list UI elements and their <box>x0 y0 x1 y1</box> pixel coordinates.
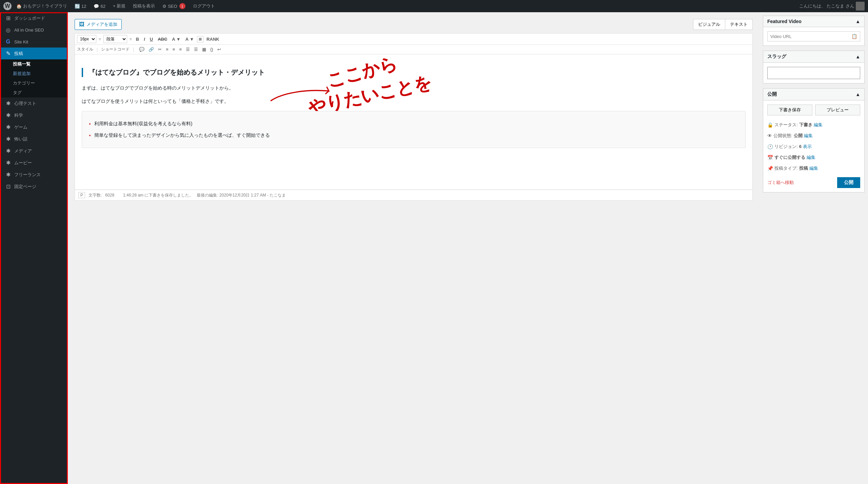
sidebar-item-sitekit[interactable]: G Site Kit <box>0 36 67 48</box>
schedule-icon: 📅 <box>767 153 773 162</box>
sidebar-item-posts[interactable]: ✎ 投稿 <box>0 48 67 59</box>
table-icon-btn[interactable]: ⊞ <box>197 36 203 42</box>
sidebar-item-dashboard[interactable]: ⊞ ダッシュボード <box>0 12 67 24</box>
status-edit-link[interactable]: 編集 <box>814 120 823 129</box>
sidebar-item-allinoneseo[interactable]: ◎ All in One SEO <box>0 24 67 36</box>
sidebar: ⊞ ダッシュボード ◎ All in One SEO G Site Kit ✎ … <box>0 12 68 484</box>
paragraph-format-select[interactable]: 段落 <box>103 35 127 43</box>
posts-submenu: 投稿一覧 新規追加 カテゴリー タグ <box>0 59 67 97</box>
user-avatar <box>856 2 865 11</box>
sidebar-sub-post-list[interactable]: 投稿一覧 <box>0 59 67 69</box>
strikethrough-button[interactable]: ABC <box>156 36 169 43</box>
publish-button[interactable]: 公開 <box>837 177 860 188</box>
sidebar-item-psych[interactable]: ✱ 心理テスト <box>0 97 67 109</box>
code-button[interactable]: {} <box>209 46 215 53</box>
featured-video-body: 📋 <box>763 27 864 45</box>
format-bar-row1: 16px ▼ 段落 ▼ B I U ABC A ▼ A ▼ ⊞ RANK <box>75 33 753 44</box>
blog-bullet-box: 利用料金は基本無料(収益化を考えるなら有料) 簡単な登録をして決まったデザインか… <box>82 111 746 148</box>
slug-chevron-up-icon: ▲ <box>855 54 860 59</box>
italic-button[interactable]: I <box>142 36 147 43</box>
slug-input[interactable] <box>767 67 860 79</box>
editor-top-toolbar: 🖼 メディアを追加 ビジュアル テキスト <box>75 19 753 30</box>
align-center-button[interactable]: ≡ <box>171 46 177 53</box>
shortcode-label: ショートコード <box>101 46 130 52</box>
editor-body[interactable]: ここから やりたいことを やれ！ 『はてなブログ』でブログを始めるメリット・デメ… <box>75 54 753 190</box>
sidebar-item-scary[interactable]: ✱ 怖い話 <box>0 133 67 145</box>
revision-icon: 🕐 <box>767 142 773 151</box>
preview-button[interactable]: プレビュー <box>815 105 860 115</box>
trash-button[interactable]: ゴミ箱へ移動 <box>767 180 794 186</box>
undo-button[interactable]: ↩ <box>216 46 223 53</box>
schedule-edit-link[interactable]: 編集 <box>807 153 815 162</box>
font-size-select[interactable]: 16px <box>77 35 96 43</box>
bullet-list-button[interactable]: ☰ <box>184 46 192 53</box>
sidebar-item-movie[interactable]: ✱ ムービー <box>0 157 67 169</box>
video-url-input[interactable] <box>770 34 844 39</box>
psych-icon: ✱ <box>5 100 12 107</box>
visibility-row: 👁 公開状態: 公開 編集 <box>767 131 860 141</box>
seo-item[interactable]: ⚙ SEO 1 <box>160 0 188 12</box>
publish-action-buttons: 下書き保存 プレビュー <box>767 105 860 115</box>
sidebar-sub-category[interactable]: カテゴリー <box>0 78 67 88</box>
save-draft-button[interactable]: 下書き保存 <box>767 105 812 115</box>
logout-item[interactable]: ログアウト <box>190 0 218 12</box>
link-button[interactable]: 🔗 <box>147 46 156 53</box>
blog-title-blockquote: 『はてなブログ』でブログを始めるメリット・デメリット <box>82 68 746 77</box>
align-right-button[interactable]: ≡ <box>177 46 183 53</box>
publish-body: 下書き保存 プレビュー 🔒 ステータス: 下書き 編集 👁 公開状態: 公開 編… <box>763 100 864 192</box>
blog-paragraph-1: まずは、はてなブログでブログを始める時のメリットデメリットから。 <box>82 84 746 92</box>
underline-button[interactable]: U <box>148 36 155 43</box>
visibility-edit-link[interactable]: 編集 <box>804 131 813 140</box>
media-icon: ✱ <box>5 148 12 154</box>
sidebar-item-media[interactable]: ✱ メディア <box>0 145 67 157</box>
sidebar-item-science[interactable]: ✱ 科学 <box>0 109 67 121</box>
science-icon: ✱ <box>5 112 12 118</box>
publish-header[interactable]: 公開 ▲ <box>763 89 864 100</box>
site-name[interactable]: 🏠 おもデジ！ライブラリ <box>14 0 70 12</box>
word-count-value: 6028 <box>105 193 114 198</box>
publish-footer-actions: ゴミ箱へ移動 公開 <box>767 177 860 188</box>
slug-body <box>763 63 864 83</box>
freelance-icon: ✱ <box>5 171 12 178</box>
publish-panel: 公開 ▲ 下書き保存 プレビュー 🔒 ステータス: 下書き 編集 👁 <box>763 88 865 192</box>
featured-video-header[interactable]: Featured Video ▲ <box>763 16 864 27</box>
sidebar-item-freelance[interactable]: ✱ フリーランス <box>0 169 67 181</box>
rank-button[interactable]: RANK <box>205 36 221 43</box>
updates-item[interactable]: 🔄 12 <box>72 0 89 12</box>
add-media-button[interactable]: 🖼 メディアを追加 <box>75 19 122 30</box>
publish-meta-section: 🔒 ステータス: 下書き 編集 👁 公開状態: 公開 編集 🕐 リビジョン: <box>767 120 860 173</box>
media-plus-icon: 🖼 <box>79 21 84 27</box>
table-insert-button[interactable]: ▦ <box>200 46 208 53</box>
status-icon: 🔒 <box>767 120 773 130</box>
align-left-button[interactable]: ≡ <box>164 46 170 53</box>
unlink-button[interactable]: ✂ <box>156 46 163 53</box>
format-bar-row2: スタイル | ショートコード | 💬 🔗 ✂ ≡ ≡ ≡ ☰ ☰ ▦ {} ↩ <box>75 44 753 54</box>
view-posts-item[interactable]: 投稿を表示 <box>130 0 158 12</box>
bold-button[interactable]: B <box>134 36 141 43</box>
posts-icon: ✎ <box>5 50 12 57</box>
number-list-button[interactable]: ☰ <box>192 46 200 53</box>
sidebar-item-static-page[interactable]: ⊡ 固定ページ <box>0 181 67 192</box>
post-type-icon: 📌 <box>767 164 773 173</box>
highlight-button[interactable]: A ▼ <box>184 36 196 43</box>
blog-bullet-item-2: 簡単な登録をして決まったデザインから気に入ったものを選べば、すぐ開始できる <box>89 131 738 139</box>
blog-content[interactable]: 『はてなブログ』でブログを始めるメリット・デメリット まずは、はてなブログでブロ… <box>82 68 746 148</box>
comments-item[interactable]: 💬 62 <box>91 0 108 12</box>
seo-icon: ◎ <box>5 27 12 33</box>
chat-icon-btn[interactable]: 💬 <box>137 46 146 53</box>
wp-logo-icon[interactable]: W <box>3 2 12 10</box>
sidebar-sub-new-post[interactable]: 新規追加 <box>0 69 67 78</box>
toolbar2-icons: 💬 🔗 ✂ ≡ ≡ ≡ ☰ ☰ ▦ {} ↩ <box>137 46 222 53</box>
sidebar-item-game[interactable]: ✱ ゲーム <box>0 121 67 133</box>
text-tab-button[interactable]: テキスト <box>725 19 753 30</box>
new-content-item[interactable]: + 新規 <box>110 0 128 12</box>
slug-header[interactable]: スラッグ ▲ <box>763 51 864 63</box>
text-color-button[interactable]: A ▼ <box>170 36 182 43</box>
post-type-edit-link[interactable]: 編集 <box>809 164 818 173</box>
revision-link[interactable]: 表示 <box>803 142 812 151</box>
schedule-row: 📅 すぐに公開する 編集 <box>767 153 860 162</box>
sidebar-sub-tag[interactable]: タグ <box>0 88 67 97</box>
visual-tab-button[interactable]: ビジュアル <box>693 19 725 30</box>
style-label: スタイル <box>77 46 93 52</box>
last-edit-info: 最後の編集: 2020年12月20日 1:27 AM - たこなま <box>197 192 286 198</box>
